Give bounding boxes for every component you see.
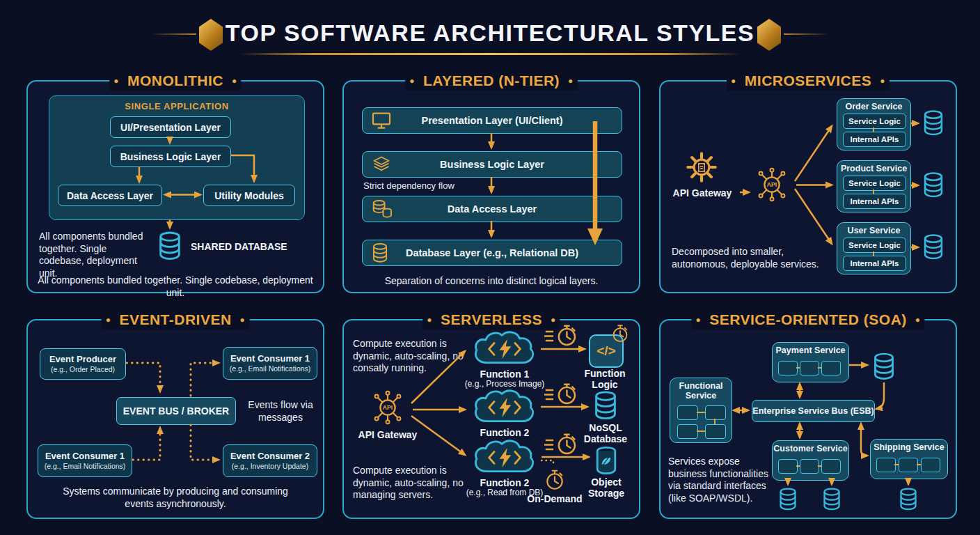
shipping-service-card: Shipping Service — [870, 439, 948, 479]
panel-title-layered: LAYERED (N-TIER) — [405, 71, 578, 91]
api-hub-icon — [752, 164, 792, 205]
database-icon — [871, 352, 896, 381]
event-consumer2-box: Event Consumer 2 (e.g., Inventory Update… — [223, 444, 317, 477]
payment-service-title: Payment Service — [773, 346, 848, 355]
component-box — [778, 459, 798, 474]
component-connector — [714, 419, 716, 424]
function-cloud-icon — [470, 387, 539, 426]
order-service-title: Order Service — [837, 102, 910, 111]
component-box — [876, 458, 896, 472]
component-box — [800, 459, 819, 474]
component-box — [705, 424, 726, 439]
component-box — [821, 361, 841, 375]
on-demand-clock-icon — [544, 468, 565, 491]
panel-serverless: SERVERLESS Compute execution is dynamic,… — [342, 319, 640, 519]
panel-title-serverless: SERVERLESS — [422, 310, 560, 329]
event-consumer1-subtitle: (e.g., Email Notifications) — [230, 364, 311, 373]
panel-microservices: MICROSERVICES API Gateway Order Service … — [659, 80, 957, 293]
esb-box: Enterprise Service Bus (ESB) — [752, 400, 875, 422]
internal-apis-box: Internal APIs — [843, 256, 906, 271]
database-layer-label: Database Layer (e.g., Relational DB) — [406, 247, 578, 258]
speed-clock-icon — [544, 432, 579, 458]
panel-title-microservices: MICROSERVICES — [727, 71, 890, 91]
function-cloud-icon — [470, 437, 539, 476]
infographic: TOP SOFTWARE ARCHITECTURAL STYLES MONOLI… — [0, 0, 980, 535]
speed-clock-icon — [544, 323, 579, 349]
database-icon — [592, 390, 619, 421]
monolithic-caption: All components bundled together. Single … — [28, 274, 323, 299]
user-service-card: User Service Service Logic Internal APIs — [837, 222, 911, 274]
soa-note: Services expose business functionalities… — [668, 456, 780, 505]
panel-title-monolithic: MONOLITHIC — [109, 71, 241, 91]
component-box — [677, 424, 698, 439]
panel-event-driven: EVENT-DRIVEN Event Producer (e.g., Order… — [26, 319, 324, 519]
component-box — [899, 458, 918, 472]
event-consumer2-subtitle: (e.g., Inventory Update) — [232, 462, 308, 471]
utility-modules-box: Utility Modules — [203, 185, 295, 206]
page-title: TOP SOFTWARE ARCHITECTURAL STYLES — [0, 20, 980, 47]
event-consumer1-bottom-box: Event Consumer 1 (e.g., Email Notificati… — [38, 444, 132, 477]
component-box — [800, 361, 819, 375]
nosql-database-label: NoSQL Database — [581, 422, 630, 444]
strict-dependency-flow-note: Strict dependency flow — [363, 180, 475, 192]
business-logic-layer-label: Business Logic Layer — [440, 159, 544, 170]
api-hub-icon — [368, 387, 408, 428]
user-service-title: User Service — [837, 226, 910, 235]
function-cloud-icon — [470, 329, 539, 368]
component-box — [677, 405, 698, 420]
customer-service-title: Customer Service — [773, 444, 848, 453]
database-icon — [922, 233, 945, 261]
microservices-note: Decomposed into smaller, autonomous, dep… — [672, 246, 839, 270]
header-underline — [239, 53, 741, 55]
component-box — [778, 361, 798, 375]
function2-label: Function 2 — [452, 427, 557, 438]
product-service-card: Product Service Service Logic Internal A… — [837, 160, 911, 212]
shipping-service-title: Shipping Service — [871, 442, 947, 452]
panel-layered: LAYERED (N-TIER) Presentation Layer (UI/… — [342, 80, 640, 293]
clock-icon — [611, 323, 629, 343]
presentation-layer-label: Presentation Layer (UI/Client) — [421, 115, 562, 126]
event-driven-caption: Systems communicate by producing and con… — [50, 486, 301, 510]
function-logic-label: Function Logic — [583, 368, 627, 390]
payment-service-card: Payment Service — [772, 342, 849, 382]
component-box — [921, 458, 940, 472]
component-box — [705, 405, 726, 420]
object-storage-icon — [593, 446, 619, 475]
functional-service-card: Functional Service — [670, 378, 732, 443]
api-gateway-label: API Gateway — [351, 429, 424, 440]
panel-soa: SERVICE-ORIENTED (SOA) Payment Service F… — [659, 319, 957, 519]
event-consumer1-top-box: Event Consumer 1 (e.g., Email Notificati… — [223, 347, 317, 380]
business-logic-layer-box: Business Logic Layer — [362, 151, 622, 178]
product-service-title: Product Service — [837, 164, 910, 173]
database-icon — [371, 242, 389, 263]
presentation-layer-box: Presentation Layer (UI/Client) — [362, 107, 622, 134]
internal-apis-box: Internal APIs — [843, 132, 906, 147]
component-connector — [697, 412, 705, 413]
event-producer-title: Event Producer — [49, 354, 116, 365]
internal-apis-box: Internal APIs — [843, 194, 906, 209]
database-icon — [898, 487, 919, 511]
single-application-label: SINGLE APPLICATION — [49, 101, 304, 111]
event-producer-box: Event Producer (e.g., Order Placed) — [40, 348, 126, 380]
panel-title-soa: SERVICE-ORIENTED (SOA) — [691, 310, 924, 329]
customer-service-card: Customer Service — [772, 440, 849, 481]
function1-label: Function 1 — [452, 369, 557, 380]
event-consumer1-bottom-title: Event Consumer 1 — [45, 451, 125, 462]
layered-caption: Separation of concerns into distinct log… — [344, 275, 639, 288]
gear-icon — [683, 148, 720, 186]
data-access-layer-label: Data Access Layer — [448, 203, 537, 215]
panel-title-event-driven: EVENT-DRIVEN — [102, 310, 250, 329]
monolithic-side-note: All components bundled together. Single … — [39, 231, 152, 280]
component-connector — [697, 431, 705, 432]
database-icon — [922, 109, 945, 137]
functional-service-title: Functional Service — [670, 381, 732, 401]
layers-icon — [371, 156, 392, 173]
database-icon — [821, 487, 842, 511]
speed-clock-icon — [544, 382, 579, 408]
serverless-note-bottom: Compute execution is dynamic, auto-scali… — [353, 465, 471, 502]
component-box — [821, 459, 841, 474]
event-consumer1-bottom-subtitle: (e.g., Email Notifications) — [45, 462, 126, 471]
database-layer-box: Database Layer (e.g., Relational DB) — [362, 240, 622, 266]
event-consumer2-title: Event Consumer 2 — [230, 451, 310, 462]
service-logic-box: Service Logic — [843, 176, 906, 191]
